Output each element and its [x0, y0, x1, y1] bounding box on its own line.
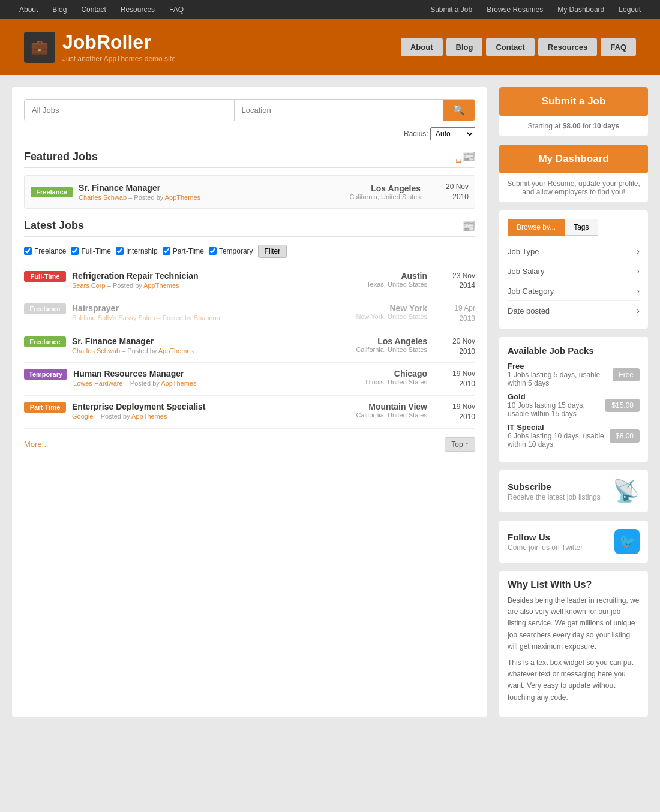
search-bar: 🔍 — [24, 99, 475, 121]
topnav-blog[interactable]: Blog — [45, 0, 74, 19]
featured-job-item[interactable]: Freelance Sr. Finance Manager Charles Sc… — [24, 175, 475, 209]
job-poster[interactable]: Shannon — [194, 314, 220, 321]
filter-freelance[interactable]: Freelance — [24, 247, 66, 255]
featured-job-poster[interactable]: AppThemes — [165, 194, 200, 201]
topnav-submit-job[interactable]: Submit a Job — [423, 0, 479, 19]
pack-free-row: Free 1 Jobs lasting 5 days, usable withi… — [508, 362, 640, 387]
job-date: 19 Nov 2010 — [433, 369, 475, 389]
job-meta: Google – Posted by AppThemes — [72, 413, 343, 420]
job-company[interactable]: Sublime Sally's Sassy Salon — [72, 314, 155, 321]
job-badge: Full-Time — [24, 271, 66, 282]
rss-icon[interactable]: 📡 — [613, 479, 640, 504]
browse-job-type[interactable]: Job Type › — [508, 242, 640, 261]
why-text2: This is a text box widget so you can put… — [508, 657, 640, 703]
topnav-about[interactable]: About — [12, 0, 45, 19]
follow-title: Follow Us — [508, 532, 583, 542]
latest-rss-icon[interactable]: 📰 — [462, 219, 475, 233]
filter-internship[interactable]: Internship — [116, 247, 158, 255]
pack-gold-row: Gold 10 Jobs lasting 15 days, usable wit… — [508, 392, 640, 418]
filter-fulltime-checkbox[interactable] — [71, 247, 79, 255]
job-poster[interactable]: AppThemes — [158, 347, 194, 354]
pack-gold-button[interactable]: $15.00 — [605, 399, 640, 412]
header-nav-about[interactable]: About — [401, 38, 443, 56]
job-list-item[interactable]: Temporary Human Resources Manager Lowes … — [24, 363, 475, 396]
job-poster[interactable]: AppThemes — [131, 413, 167, 420]
browse-job-salary[interactable]: Job Salary › — [508, 261, 640, 281]
job-info: Hairsprayer Sublime Sally's Sassy Salon … — [72, 303, 343, 321]
latest-jobs-header: Latest Jobs 📰 — [24, 219, 475, 237]
twitter-icon[interactable]: 🐦 — [614, 529, 640, 554]
header-nav-contact[interactable]: Contact — [486, 38, 534, 56]
filter-parttime[interactable]: Part-Time — [163, 247, 204, 255]
subscribe-title: Subscribe — [508, 482, 601, 492]
job-list: Full-Time Refrigeration Repair Technicia… — [24, 265, 475, 429]
browse-by-tab[interactable]: Browse by... — [508, 219, 565, 236]
job-info: Refrigeration Repair Technician Sears Co… — [72, 271, 343, 289]
pack-it-button[interactable]: $8.00 — [610, 429, 640, 443]
job-list-item[interactable]: Full-Time Refrigeration Repair Technicia… — [24, 265, 475, 298]
top-link[interactable]: Top ↑ — [445, 437, 475, 452]
filter-temporary-checkbox[interactable] — [209, 247, 217, 255]
header-nav-faq[interactable]: FAQ — [601, 38, 636, 56]
job-company[interactable]: Lowes Hardware — [73, 380, 123, 387]
featured-job-company[interactable]: Charles Schwab — [79, 194, 127, 201]
header-nav-resources[interactable]: Resources — [538, 38, 597, 56]
job-date: 19 Nov 2010 — [433, 402, 475, 422]
job-city: New York — [349, 303, 427, 313]
featured-job-meta: Charles Schwab – Posted by AppThemes — [79, 194, 337, 201]
browse-date-posted[interactable]: Date posted › — [508, 301, 640, 320]
radius-select[interactable]: Auto 5 miles 10 miles 25 miles 50 miles — [430, 127, 475, 140]
top-navigation: About Blog Contact Resources FAQ Submit … — [0, 0, 660, 19]
job-title: Human Resources Manager — [73, 369, 343, 378]
search-location-input[interactable] — [235, 100, 444, 121]
featured-rss-icon[interactable]: ␣📰 — [455, 150, 475, 163]
topnav-faq[interactable]: FAQ — [162, 0, 191, 19]
submit-job-button[interactable]: Submit a Job — [499, 87, 648, 116]
header-navigation: About Blog Contact Resources FAQ — [401, 38, 636, 56]
filter-internship-checkbox[interactable] — [116, 247, 124, 255]
filter-fulltime[interactable]: Full-Time — [71, 247, 111, 255]
search-jobs-input[interactable] — [25, 100, 235, 121]
job-company[interactable]: Google — [72, 413, 93, 420]
job-list-item[interactable]: Freelance Sr. Finance Manager Charles Sc… — [24, 330, 475, 363]
topnav-resources[interactable]: Resources — [113, 0, 162, 19]
topnav-browse-resumes[interactable]: Browse Resumes — [479, 0, 550, 19]
job-list-item[interactable]: Freelance Hairsprayer Sublime Sally's Sa… — [24, 297, 475, 330]
browse-job-category-label: Job Category — [508, 287, 554, 296]
more-link[interactable]: More... — [24, 440, 48, 449]
job-location: Mountain View California, United States — [349, 402, 427, 419]
featured-job-title: Sr. Finance Manager — [79, 183, 337, 193]
chevron-right-icon: › — [637, 286, 640, 296]
browse-job-salary-label: Job Salary — [508, 267, 544, 276]
job-state: Texas, United States — [349, 281, 427, 288]
job-list-item[interactable]: Part-Time Enterprise Deployment Speciali… — [24, 396, 475, 429]
browse-box: Browse by... Tags Job Type › Job Salary … — [499, 210, 648, 329]
topnav-contact[interactable]: Contact — [74, 0, 113, 19]
header-nav-blog[interactable]: Blog — [446, 38, 483, 56]
job-poster[interactable]: AppThemes — [143, 282, 179, 289]
job-poster[interactable]: AppThemes — [161, 380, 196, 387]
topnav-my-dashboard[interactable]: My Dashboard — [550, 0, 611, 19]
featured-job-location: Los Angeles California, United States — [343, 184, 421, 200]
featured-job-city: Los Angeles — [343, 184, 421, 193]
filter-button[interactable]: Filter — [258, 245, 287, 258]
filter-temporary[interactable]: Temporary — [209, 247, 253, 255]
job-company[interactable]: Sears Corp — [72, 282, 106, 289]
job-packs-title: Available Job Packs — [508, 345, 640, 356]
job-state: Illinois, United States — [349, 378, 427, 386]
job-title: Sr. Finance Manager — [72, 336, 343, 346]
browse-job-category[interactable]: Job Category › — [508, 281, 640, 301]
pack-free-button[interactable]: Free — [613, 368, 640, 381]
featured-jobs-header: Featured Jobs ␣📰 — [24, 150, 475, 168]
top-nav-left: About Blog Contact Resources FAQ — [12, 0, 191, 19]
dashboard-button[interactable]: My Dashboard — [499, 145, 648, 173]
search-button[interactable]: 🔍 — [443, 100, 475, 121]
job-info: Sr. Finance Manager Charles Schwab – Pos… — [72, 336, 343, 354]
tags-tab[interactable]: Tags — [565, 219, 598, 236]
filter-freelance-checkbox[interactable] — [24, 247, 32, 255]
filter-parttime-checkbox[interactable] — [163, 247, 170, 255]
topnav-logout[interactable]: Logout — [611, 0, 648, 19]
job-company[interactable]: Charles Schwab — [72, 347, 120, 354]
follow-row: Follow Us Come join us on Twitter 🐦 — [508, 529, 640, 554]
why-list-widget: Why List With Us? Besides being the lead… — [499, 571, 648, 717]
